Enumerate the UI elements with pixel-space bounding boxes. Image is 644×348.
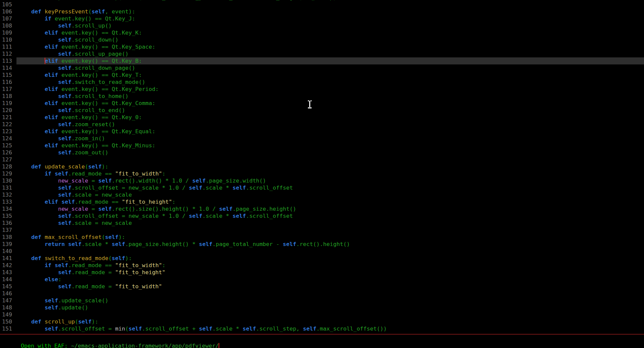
code-line[interactable]: 123 elif event.key() == Qt.Key_Equal: [0,128,644,135]
code-line[interactable]: 129 if self.read_mode == "fit_to_width": [0,170,644,177]
code-text: elif event.key() == Qt.Key_Equal: [16,128,644,135]
code-token [41,8,45,15]
code-token: ( [88,8,92,15]
code-token [18,213,58,219]
code-token: event.key() == Qt.Key_Comma: [58,100,155,106]
code-token: self [98,178,112,184]
code-line[interactable]: 125 elif event.key() == Qt.Key_Minus: [0,142,644,149]
code-line[interactable]: 131 self.scroll_offset = new_scale * 1.0… [0,184,644,191]
code-token: = [88,178,98,184]
code-token: .scroll_to_end() [72,107,125,113]
code-line[interactable]: 130 new_scale = self.rect().width() * 1.… [0,177,644,184]
line-number: 140 [0,248,16,255]
code-line[interactable]: 136 self.scale = new_scale [0,219,644,227]
code-line[interactable]: 122 self.zoom_reset() [0,121,644,128]
code-line[interactable]: 116 self.switch_to_read_mode() [0,79,644,86]
code-token: if [45,15,51,22]
code-line[interactable]: 147 self.update_scale() [0,297,644,304]
line-number: 128 [0,163,16,170]
code-token: "fit_to_height" [115,269,166,276]
code-line[interactable]: 110 self.scroll_down() [0,36,644,43]
code-token: self [232,213,246,219]
code-text [16,311,644,318]
code-token: .scroll_step, [256,326,303,332]
code-line[interactable]: 141 def switch_to_read_mode(self): [0,255,644,262]
code-text: elif event.key() == Qt.Key_T: [16,71,644,79]
minibuffer-input[interactable]: ~/emacs-application-framework/app/pdfvie… [71,343,219,348]
minibuffer-prompt: Open with EAF: [21,343,71,348]
code-line[interactable]: 114 self.scroll_down_page() [0,64,644,71]
code-line[interactable]: 108 self.scroll_up() [0,22,644,29]
code-token: self [232,185,246,191]
code-line[interactable]: 119 elif event.key() == Qt.Key_Comma: [0,100,644,107]
window-divider[interactable] [0,334,644,335]
line-number: 145 [0,283,16,290]
code-line[interactable]: 120 self.scroll_to_end() [0,107,644,114]
code-token: event.key() == Qt.Key_Minus: [58,142,155,149]
code-line[interactable]: 127 [0,156,644,163]
code-token: self [68,241,82,247]
code-line[interactable]: 118 self.scroll_to_home() [0,93,644,100]
code-line[interactable]: 150 def scroll_up(self): [0,318,644,325]
code-line[interactable]: 117 elif event.key() == Qt.Key_Period: [0,86,644,93]
code-line[interactable]: 132 self.scale = new_scale [0,191,644,198]
line-number: 134 [0,205,16,212]
code-line[interactable]: 137 [0,227,644,234]
code-line[interactable]: 128 def update_scale(self): [0,163,644,170]
code-text: elif event.key() == Qt.Key_Space: [16,43,644,50]
code-token: self [58,22,72,29]
code-line[interactable]: 115 elif event.key() == Qt.Key_T: [0,71,644,79]
code-token: self [58,93,72,99]
code-line[interactable]: 143 self.read_mode = "fit_to_height" [0,269,644,276]
code-line[interactable]: 138 def max_scroll_offset(self): [0,234,644,241]
code-lines: 104 painter.drawPixmap(QRect(render_x, r… [0,0,644,332]
code-token: event.key() == Qt.Key_T: [58,72,142,78]
code-token: self [303,326,316,332]
code-token: elif [45,58,58,64]
code-line[interactable]: 106 def keyPressEvent(self, event): [0,8,644,15]
code-token [18,51,58,57]
code-token [18,107,58,113]
code-line[interactable]: 145 self.read_mode = "fit_to_width" [0,283,644,290]
code-line[interactable]: 146 [0,290,644,297]
code-line[interactable]: 111 elif event.key() == Qt.Key_Space: [0,43,644,50]
code-token: "fit_to_height" [122,199,172,205]
code-line[interactable]: 140 [0,248,644,255]
code-token: self [58,149,72,156]
code-text: self.read_mode = "fit_to_height" [16,269,644,276]
code-line[interactable]: 135 self.scroll_offset = new_scale * 1.0… [0,212,644,219]
code-line[interactable]: 144 else: [0,276,644,283]
code-token: : [172,199,176,205]
code-line[interactable]: 139 return self.scale * self.page_size.h… [0,241,644,248]
code-line[interactable]: 112 self.scroll_up_page() [0,50,644,57]
code-text: new_scale = self.rect().width() * 1.0 / … [16,177,644,184]
line-number: 133 [0,198,16,205]
code-line[interactable]: 151 self.scroll_offset = min(self.scroll… [0,325,644,332]
code-token [18,22,58,29]
code-line[interactable]: 134 new_scale = self.rect().size().heigh… [0,205,644,212]
code-line[interactable]: 109 elif event.key() == Qt.Key_K: [0,29,644,36]
code-line[interactable]: 148 self.update() [0,304,644,311]
editor-buffer[interactable]: 104 painter.drawPixmap(QRect(render_x, r… [0,0,644,334]
code-line[interactable]: 105 [0,1,644,8]
code-token [18,206,58,212]
code-line[interactable]: 133 elif self.read_mode == "fit_to_heigh… [0,198,644,205]
code-token: new_scale [58,206,88,212]
code-line[interactable]: 121 elif event.key() == Qt.Key_0: [0,114,644,121]
code-token: .zoom_in() [72,135,105,142]
code-line[interactable]: 126 self.zoom_out() [0,149,644,156]
code-line[interactable]: 107 if event.key() == Qt.Key_J: [0,15,644,22]
code-line[interactable]: 149 [0,311,644,318]
code-line[interactable]: 124 self.zoom_in() [0,135,644,142]
code-token: .scale * [82,241,112,247]
code-token: event.key() == Qt.Key_J: [51,15,135,22]
code-token [18,65,58,71]
code-token: self [283,241,296,247]
code-text: elif event.key() == Qt.Key_Comma: [16,100,644,107]
code-token: ( [102,234,105,240]
minibuffer[interactable]: Open with EAF: ~/emacs-application-frame… [1,335,644,348]
code-line[interactable]: 113 elif event.key() == Qt.Key_B: [0,57,644,64]
code-token: : [58,276,61,283]
code-line[interactable]: 142 if self.read_mode == "fit_to_width": [0,262,644,269]
minibuffer-line[interactable]: Open with EAF: ~/emacs-application-frame… [1,335,644,342]
